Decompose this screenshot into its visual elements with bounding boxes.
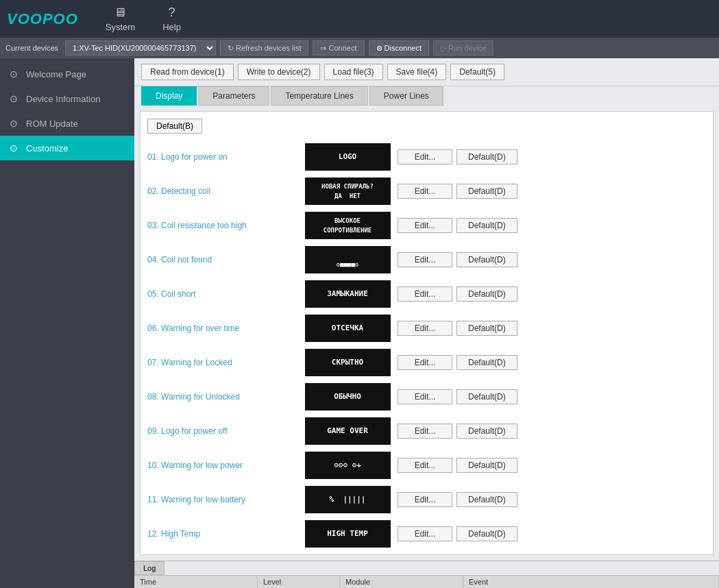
image-preview xyxy=(305,177,391,205)
row-label: 04. Coil not found xyxy=(147,255,305,265)
sidebar-item-rom-update-label: ROM Update xyxy=(26,119,78,129)
default-d-btn[interactable]: Default(D) xyxy=(456,355,517,370)
device-info-icon: ⊙ xyxy=(8,93,19,104)
main-layout: ⊙ Welcome Page ⊙ Device Information ⊙ RO… xyxy=(0,58,719,588)
image-preview xyxy=(305,520,391,548)
write-to-device-btn[interactable]: Write to device(2) xyxy=(238,64,320,80)
row-label: 10. Warning for low power xyxy=(147,461,305,470)
image-preview xyxy=(305,143,391,171)
edit-btn[interactable]: Edit... xyxy=(398,286,452,302)
log-table-header: Time Level Module Event xyxy=(134,575,719,588)
welcome-icon: ⊙ xyxy=(8,69,19,79)
edit-btn[interactable]: Edit... xyxy=(398,492,452,507)
image-row: 05. Coil short Edit...Default(D) xyxy=(147,279,706,309)
system-label: System xyxy=(106,22,135,32)
edit-btn[interactable]: Edit... xyxy=(398,458,452,473)
image-row: 02. Detecting coil Edit...Default(D) xyxy=(147,176,706,206)
edit-btn[interactable]: Edit... xyxy=(398,149,452,164)
sidebar-item-welcome-label: Welcome Page xyxy=(26,69,86,79)
display-scroll-area[interactable]: Default(B) 01. Logo for power on Edit...… xyxy=(140,111,714,555)
row-label: 11. Warning for low battery xyxy=(147,495,305,504)
toolbar: Read from device(1) Write to device(2) L… xyxy=(134,58,719,86)
default-d-btn[interactable]: Default(D) xyxy=(456,252,517,267)
edit-btn[interactable]: Edit... xyxy=(398,321,452,336)
row-label: 12. High Temp xyxy=(147,529,305,539)
sidebar-item-welcome[interactable]: ⊙ Welcome Page xyxy=(0,62,134,86)
default-d-btn[interactable]: Default(D) xyxy=(456,286,517,302)
default-d-btn[interactable]: Default(D) xyxy=(456,492,517,507)
top-bar: VOOPOO 🖥 System ? Help xyxy=(0,0,719,38)
edit-btn[interactable]: Edit... xyxy=(398,355,452,370)
image-row: 11. Warning for low battery Edit...Defau… xyxy=(147,485,706,515)
edit-btn[interactable]: Edit... xyxy=(398,389,452,404)
log-col-level: Level xyxy=(258,576,340,588)
refresh-btn[interactable]: ↻ Refresh devices list xyxy=(220,40,308,56)
device-bar: Current devices 1:XV-Tec HID(XU200000465… xyxy=(0,38,719,58)
system-nav[interactable]: 🖥 System xyxy=(106,5,135,32)
edit-btn[interactable]: Edit... xyxy=(398,526,452,541)
connect-btn[interactable]: ⇒ Connect xyxy=(313,40,364,56)
default-d-btn[interactable]: Default(D) xyxy=(456,458,517,473)
log-area: Log Time Level Module Event xyxy=(134,561,719,588)
log-col-event: Event xyxy=(463,576,719,588)
image-row: 03. Coil resistance too high Edit...Defa… xyxy=(147,210,706,241)
edit-btn[interactable]: Edit... xyxy=(398,424,452,439)
default-d-btn[interactable]: Default(D) xyxy=(456,218,517,233)
disconnect-btn[interactable]: ⊗ Disconnect xyxy=(369,40,429,56)
default-d-btn[interactable]: Default(D) xyxy=(456,526,517,541)
system-icon: 🖥 xyxy=(114,5,126,20)
log-col-time: Time xyxy=(134,576,258,588)
image-row: 06. Warning for over time Edit...Default… xyxy=(147,313,706,343)
read-from-device-btn[interactable]: Read from device(1) xyxy=(141,64,234,80)
log-tab[interactable]: Log xyxy=(134,561,164,575)
save-file-btn[interactable]: Save file(4) xyxy=(387,64,447,80)
image-preview xyxy=(305,383,391,411)
image-row: 07. Warning for Locked Edit...Default(D) xyxy=(147,347,706,378)
image-row: 08. Warning for Unlocked Edit...Default(… xyxy=(147,382,706,412)
tab-power-lines[interactable]: Power Lines xyxy=(369,86,443,106)
row-label: 01. Logo for power on xyxy=(147,152,305,162)
image-preview xyxy=(305,486,391,513)
default-d-btn[interactable]: Default(D) xyxy=(456,149,517,164)
tab-display[interactable]: Display xyxy=(141,86,197,106)
default5-btn[interactable]: Default(5) xyxy=(450,64,504,80)
sidebar-item-customize[interactable]: ⊙ Customize xyxy=(0,136,134,160)
sidebar-item-rom-update[interactable]: ⊙ ROM Update xyxy=(0,111,134,136)
row-label: 02. Detecting coil xyxy=(147,186,305,196)
sidebar-item-device-info-label: Device Information xyxy=(26,94,100,104)
default-b-btn[interactable]: Default(B) xyxy=(147,119,202,134)
current-devices-label: Current devices xyxy=(5,44,58,52)
run-device-btn[interactable]: ▷ Run device xyxy=(433,40,493,56)
device-select[interactable]: 1:XV-Tec HID(XU200000465773137) xyxy=(65,40,216,56)
sidebar: ⊙ Welcome Page ⊙ Device Information ⊙ RO… xyxy=(0,58,134,588)
image-preview xyxy=(305,417,391,445)
row-label: 06. Warning for over time xyxy=(147,323,305,333)
row-label: 08. Warning for Unlocked xyxy=(147,392,305,402)
row-label: 07. Warning for Locked xyxy=(147,358,305,367)
edit-btn[interactable]: Edit... xyxy=(398,252,452,267)
image-preview xyxy=(305,212,391,239)
sidebar-item-device-info[interactable]: ⊙ Device Information xyxy=(0,86,134,111)
load-file-btn[interactable]: Load file(3) xyxy=(324,64,383,80)
image-row: 01. Logo for power on Edit...Default(D) xyxy=(147,142,706,172)
edit-btn[interactable]: Edit... xyxy=(398,218,452,233)
help-icon: ? xyxy=(169,5,175,20)
tab-temperature-lines[interactable]: Temperature Lines xyxy=(271,86,367,106)
row-label: 03. Coil resistance too high xyxy=(147,221,305,230)
default-d-btn[interactable]: Default(D) xyxy=(456,321,517,336)
edit-btn[interactable]: Edit... xyxy=(398,184,452,199)
app-logo: VOOPOO xyxy=(7,10,78,28)
image-row: 10. Warning for low power Edit...Default… xyxy=(147,450,706,480)
image-preview xyxy=(305,452,391,479)
help-nav[interactable]: ? Help xyxy=(162,5,181,32)
default-d-btn[interactable]: Default(D) xyxy=(456,424,517,439)
row-label: 05. Coil short xyxy=(147,289,305,299)
default-d-btn[interactable]: Default(D) xyxy=(456,184,517,199)
tab-parameters[interactable]: Parameters xyxy=(198,86,269,106)
customize-icon: ⊙ xyxy=(8,143,19,154)
sidebar-item-customize-label: Customize xyxy=(26,143,68,154)
image-row: 04. Coil not found Edit...Default(D) xyxy=(147,245,706,275)
rom-update-icon: ⊙ xyxy=(8,118,19,129)
default-d-btn[interactable]: Default(D) xyxy=(456,389,517,404)
image-rows-container: 01. Logo for power on Edit...Default(D) … xyxy=(147,142,706,549)
